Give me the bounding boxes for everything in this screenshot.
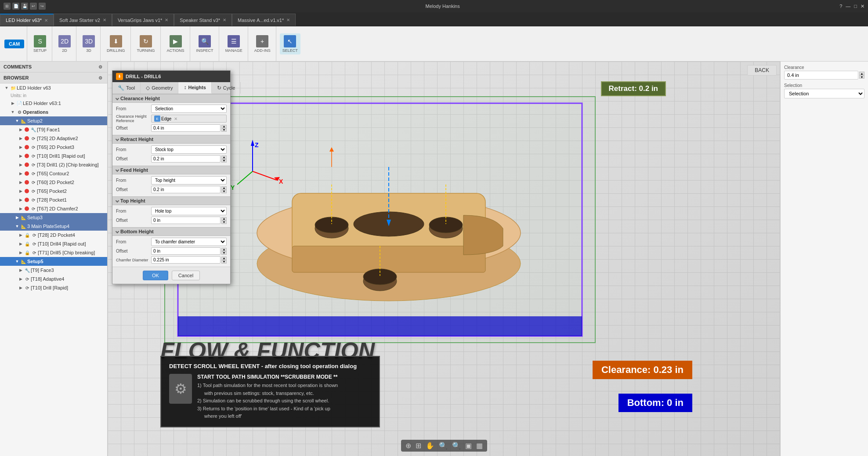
- list-item[interactable]: ▶ 🔧 [T9] Face1: [0, 125, 107, 134]
- retract-height-header[interactable]: Retract Height: [112, 135, 230, 144]
- close-btn[interactable]: ✕: [861, 4, 864, 9]
- list-item[interactable]: ▶ ⟳ [T10] Drill1 [Rapid out]: [0, 152, 107, 160]
- list-item[interactable]: ▶ ⟳ [T18] Adaptive4: [0, 275, 107, 283]
- feed-offset-down[interactable]: ▼: [221, 190, 227, 193]
- tab-massive-close[interactable]: ✕: [286, 18, 290, 22]
- bottom-offset-up[interactable]: ▲: [221, 248, 227, 251]
- viewport-icon-display[interactable]: ▣: [465, 442, 472, 450]
- top-offset-down[interactable]: ▼: [221, 221, 227, 224]
- 2d-button[interactable]: 2D 2D: [56, 33, 73, 54]
- feed-height-header[interactable]: Feed Height: [112, 166, 230, 174]
- app-menu-icons[interactable]: ⊞ 📄 💾 ↩ ↪: [4, 3, 46, 10]
- tab-soft-jaw[interactable]: Soft Jaw Starter v2 ✕: [54, 14, 112, 26]
- retract-offset-field[interactable]: [151, 155, 221, 163]
- edge-badge-close[interactable]: ✕: [174, 116, 177, 121]
- list-item[interactable]: ▶ 🔒 ⟳ [T10] Drill4 [Rapid out]: [0, 239, 107, 248]
- select-button[interactable]: ↖ SELECT: [280, 33, 300, 54]
- browser-settings-icon[interactable]: ⚙: [97, 74, 104, 81]
- tab-cycle[interactable]: ↻ Cycle: [212, 82, 241, 94]
- right-selection-select[interactable]: Selection Stock top: [784, 89, 864, 98]
- item-toggle[interactable]: ▶: [18, 127, 24, 132]
- list-item[interactable]: ▶ 🔧 [T9] Face3: [0, 266, 107, 275]
- child1-toggle[interactable]: ▶: [10, 101, 16, 105]
- list-item[interactable]: ▶ 🔒 ⟳ [T28] 2D Pocket4: [0, 231, 107, 239]
- tab-massive[interactable]: Massive A...ed.v1.v1* ✕: [232, 14, 296, 26]
- tab-geometry[interactable]: ◇ Geometry: [141, 82, 178, 94]
- bottom-offset-down[interactable]: ▼: [221, 251, 227, 255]
- maximize-btn[interactable]: □: [854, 4, 857, 9]
- list-item[interactable]: ▶ ⟳ [T28] Pocket1: [0, 195, 107, 204]
- file-icon[interactable]: 📄: [12, 3, 19, 10]
- undo-icon[interactable]: ↩: [30, 3, 37, 10]
- right-clearance-up[interactable]: ▲: [859, 72, 864, 75]
- feed-offset-up[interactable]: ▲: [221, 186, 227, 190]
- top-offset-field[interactable]: [151, 217, 221, 224]
- list-item[interactable]: ▶ ⟳ [T65] Contour2: [0, 169, 107, 178]
- viewport-icon-grid[interactable]: ▦: [476, 442, 483, 450]
- bottom-height-header[interactable]: Bottom Height: [112, 227, 230, 236]
- top-height-header[interactable]: Top Height: [112, 196, 230, 205]
- tab-versagrips[interactable]: VersaGrips Jaws v1* ✕: [112, 14, 174, 26]
- top-from-select[interactable]: Hole top Selection Stock top Top height: [151, 207, 227, 215]
- bottom-offset-field[interactable]: [151, 247, 221, 255]
- app-grid-icon[interactable]: ⊞: [4, 3, 11, 10]
- ok-button[interactable]: OK: [143, 271, 168, 280]
- tree-setup2[interactable]: ▼ 📐 Setup2: [0, 116, 107, 125]
- turning-button[interactable]: ↻ TURNING: [134, 33, 158, 54]
- clearance-offset-down[interactable]: ▼: [221, 128, 227, 132]
- actions-button[interactable]: ▶ ACTIONS: [164, 33, 187, 54]
- tree-setup5[interactable]: ▼ 📐 Setup5: [0, 257, 107, 266]
- tree-main-plate[interactable]: ▼ 📐 3 Main PlateSetup4: [0, 222, 107, 231]
- tab-led-holder[interactable]: LED Holder v63* ✕: [0, 14, 54, 26]
- tree-setup3[interactable]: ▶ 📐 Setup3: [0, 213, 107, 222]
- back-button[interactable]: BACK: [747, 65, 777, 76]
- clearance-height-header[interactable]: Clearance Height: [112, 94, 230, 103]
- comments-settings-icon[interactable]: ⚙: [97, 63, 104, 70]
- save-icon[interactable]: 💾: [21, 3, 28, 10]
- top-offset-up[interactable]: ▲: [221, 217, 227, 221]
- help-btn[interactable]: ?: [839, 4, 842, 9]
- tree-operations[interactable]: ▼ ⚙ Operations: [0, 108, 107, 116]
- tree-root[interactable]: ▼ 📁 LED Holder v63: [0, 83, 107, 92]
- viewport-icon-orbit[interactable]: ⊕: [405, 442, 411, 450]
- ops-toggle[interactable]: ▼: [10, 110, 16, 114]
- retract-offset-up[interactable]: ▲: [221, 156, 227, 159]
- right-clearance-down[interactable]: ▼: [859, 75, 864, 79]
- redo-icon[interactable]: ↪: [39, 3, 46, 10]
- tab-tool[interactable]: 🔧 Tool: [112, 82, 141, 94]
- tab-speaker-stand[interactable]: Speaker Stand v3* ✕: [174, 14, 232, 26]
- minimize-btn[interactable]: —: [846, 4, 850, 9]
- feed-from-select[interactable]: Top height Selection Stock top Hole top: [151, 176, 227, 185]
- list-item[interactable]: ▶ ⟳ [T3] Drill1 (2) [Chip breaking]: [0, 160, 107, 169]
- inspect-button[interactable]: 🔍 INSPECT: [194, 33, 216, 54]
- drilling-button[interactable]: ⬇ DRILLING: [104, 33, 128, 54]
- list-item[interactable]: ▶ ⟳ [T10] Drill [Rapid]: [0, 283, 107, 292]
- retract-offset-down[interactable]: ▼: [221, 159, 227, 163]
- cancel-button[interactable]: Cancel: [172, 271, 200, 280]
- viewport-icon-zoomfit[interactable]: 🔍: [452, 442, 461, 450]
- heights-dialog[interactable]: ⬇ DRILL - DRILL6 🔧 Tool ◇ Geometry ↕: [112, 70, 231, 284]
- tab-led-close[interactable]: ✕: [44, 18, 48, 23]
- tab-soft-jaw-close[interactable]: ✕: [103, 18, 106, 22]
- retract-from-select[interactable]: Stock top Selection Top height Hole top: [151, 145, 227, 154]
- bottom-from-select[interactable]: To chamfer diameter Selection Stock top …: [151, 238, 227, 246]
- tree-child1[interactable]: ▶ 📄 LED Holder v63:1: [0, 99, 107, 108]
- chamfer-diameter-field[interactable]: [151, 256, 221, 264]
- right-clearance-input[interactable]: [784, 71, 858, 80]
- tab-heights[interactable]: ↕ Heights: [178, 82, 211, 94]
- setup-button[interactable]: S SETUP: [31, 33, 49, 54]
- setup2-toggle[interactable]: ▼: [14, 119, 20, 123]
- manage-button[interactable]: ☰ MANAGE: [223, 33, 245, 54]
- addins-button[interactable]: + ADD-INS: [252, 33, 273, 54]
- root-toggle[interactable]: ▼: [4, 86, 10, 90]
- viewport-icon-pan[interactable]: ⊞: [416, 442, 421, 450]
- viewport-icon-hand[interactable]: ✋: [426, 442, 434, 450]
- clearance-from-select[interactable]: Selection Stock top Top height Hole top: [151, 105, 227, 113]
- viewport-icon-zoom[interactable]: 🔍: [439, 442, 448, 450]
- list-item[interactable]: ▶ ⟳ [T25] 2D Adaptive2: [0, 134, 107, 143]
- clearance-offset-field[interactable]: [151, 124, 221, 132]
- list-item[interactable]: ▶ ⟳ [T60] 2D Pocket2: [0, 178, 107, 187]
- list-item[interactable]: ▶ ⟳ [T67] 2D Chamfer2: [0, 204, 107, 213]
- list-item[interactable]: ▶ 🔒 ⟳ [T71] Drill5 [Chip breaking]: [0, 248, 107, 257]
- feed-offset-field[interactable]: [151, 186, 221, 193]
